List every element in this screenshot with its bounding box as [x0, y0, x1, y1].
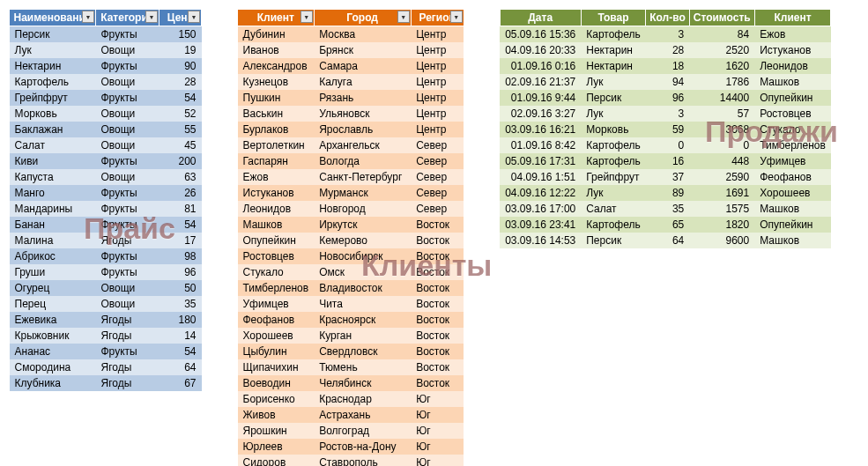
cell[interactable]: Восток: [411, 280, 464, 296]
cell[interactable]: Опупейкин: [754, 217, 831, 233]
cell[interactable]: Фрукты: [96, 248, 160, 264]
clients-header-client[interactable]: Клиент▼: [238, 10, 315, 26]
sales-header-cost[interactable]: Стоимость: [689, 10, 754, 26]
cell[interactable]: 01.09.16 8:42: [500, 137, 581, 153]
table-row[interactable]: ТимберленовВладивостокВосток: [238, 280, 464, 296]
cell[interactable]: 04.09.16 12:22: [500, 185, 581, 201]
cell[interactable]: 04.09.16 1:51: [500, 169, 581, 185]
cell[interactable]: Овощи: [96, 122, 160, 137]
cell[interactable]: Владивосток: [314, 280, 411, 296]
cell[interactable]: Ягоды: [96, 328, 160, 344]
table-row[interactable]: БурлаковЯрославльЦентр: [238, 122, 464, 137]
cell[interactable]: 0: [689, 137, 754, 153]
cell[interactable]: Архангельск: [314, 137, 411, 153]
price-header-name[interactable]: Наименование▼: [10, 10, 96, 26]
cell[interactable]: Кемерово: [314, 233, 411, 248]
table-row[interactable]: РостовцевНовосибирскВосток: [238, 248, 464, 264]
cell[interactable]: Опупейкин: [238, 233, 315, 248]
cell[interactable]: Ульяновск: [314, 106, 411, 122]
cell[interactable]: Тюмень: [314, 359, 411, 375]
table-row[interactable]: КлубникаЯгоды67: [10, 375, 202, 391]
cell[interactable]: Брянск: [314, 42, 411, 58]
cell[interactable]: Восток: [411, 217, 464, 233]
cell[interactable]: Самара: [314, 58, 411, 74]
table-row[interactable]: ЕжевикаЯгоды180: [10, 312, 202, 328]
cell[interactable]: 17: [160, 233, 202, 248]
cell[interactable]: 54: [160, 217, 202, 233]
table-row[interactable]: АбрикосФрукты98: [10, 248, 202, 264]
cell[interactable]: Картофель: [581, 137, 646, 153]
cell[interactable]: Феофанов: [754, 169, 831, 185]
cell[interactable]: Красноярск: [314, 312, 411, 328]
table-row[interactable]: 01.09.16 8:42Картофель00Тимберленов: [500, 137, 831, 153]
cell[interactable]: 52: [160, 106, 202, 122]
cell[interactable]: 1575: [689, 201, 754, 217]
cell[interactable]: Восток: [411, 375, 464, 391]
table-row[interactable]: 02.09.16 21:37Лук941786Машков: [500, 74, 831, 90]
cell[interactable]: Овощи: [96, 280, 160, 296]
cell[interactable]: Киви: [10, 153, 96, 169]
cell[interactable]: Овощи: [96, 74, 160, 90]
cell[interactable]: Стукало: [754, 122, 831, 137]
cell[interactable]: Гаспарян: [238, 153, 315, 169]
cell[interactable]: 64: [160, 359, 202, 375]
filter-icon[interactable]: ▼: [145, 11, 158, 23]
cell[interactable]: 2590: [689, 169, 754, 185]
cell[interactable]: Фрукты: [96, 90, 160, 106]
table-row[interactable]: ВертолеткинАрхангельскСевер: [238, 137, 464, 153]
cell[interactable]: Вертолеткин: [238, 137, 315, 153]
cell[interactable]: Цыбулин: [238, 344, 315, 359]
table-row[interactable]: ПушкинРязаньЦентр: [238, 90, 464, 106]
table-row[interactable]: ОгурецОвощи50: [10, 280, 202, 296]
table-row[interactable]: ИстукановМурманскСевер: [238, 185, 464, 201]
cell[interactable]: Восток: [411, 296, 464, 312]
cell[interactable]: 81: [160, 201, 202, 217]
cell[interactable]: Салат: [581, 201, 646, 217]
table-row[interactable]: ИвановБрянскЦентр: [238, 42, 464, 58]
cell[interactable]: Иркутск: [314, 217, 411, 233]
cell[interactable]: Картофель: [581, 26, 646, 43]
cell[interactable]: 94: [646, 74, 690, 90]
cell[interactable]: Пушкин: [238, 90, 315, 106]
table-row[interactable]: 05.09.16 17:31Картофель16448Уфимцев: [500, 153, 831, 169]
cell[interactable]: 03.09.16 23:41: [500, 217, 581, 233]
cell[interactable]: Иванов: [238, 42, 315, 58]
table-row[interactable]: ВаськинУльяновскЦентр: [238, 106, 464, 122]
cell[interactable]: Центр: [411, 90, 464, 106]
cell[interactable]: Картофель: [10, 74, 96, 90]
cell[interactable]: 14400: [689, 90, 754, 106]
cell[interactable]: Фрукты: [96, 217, 160, 233]
table-row[interactable]: СмородинаЯгоды64: [10, 359, 202, 375]
clients-header-city[interactable]: Город▼: [314, 10, 411, 26]
table-row[interactable]: 03.09.16 14:53Персик649600Машков: [500, 233, 831, 248]
cell[interactable]: 19: [160, 42, 202, 58]
cell[interactable]: 01.09.16 0:16: [500, 58, 581, 74]
table-row[interactable]: 03.09.16 16:21Морковь593068Стукало: [500, 122, 831, 137]
cell[interactable]: Воеводин: [238, 375, 315, 391]
cell[interactable]: 63: [160, 169, 202, 185]
cell[interactable]: Центр: [411, 106, 464, 122]
cell[interactable]: Юрлеев: [238, 439, 315, 455]
cell[interactable]: Грейпфрут: [581, 169, 646, 185]
cell[interactable]: Груши: [10, 264, 96, 280]
table-row[interactable]: ЮрлеевРостов-на-ДонуЮг: [238, 439, 464, 455]
cell[interactable]: 04.09.16 20:33: [500, 42, 581, 58]
cell[interactable]: Омск: [314, 264, 411, 280]
cell[interactable]: Огурец: [10, 280, 96, 296]
cell[interactable]: 89: [646, 185, 690, 201]
cell[interactable]: Баклажан: [10, 122, 96, 137]
table-row[interactable]: МалинаЯгоды17: [10, 233, 202, 248]
cell[interactable]: 35: [160, 296, 202, 312]
cell[interactable]: 98: [160, 248, 202, 264]
cell[interactable]: Мандарины: [10, 201, 96, 217]
cell[interactable]: Волгоград: [314, 423, 411, 439]
cell[interactable]: Ростовцев: [754, 106, 831, 122]
cell[interactable]: Лук: [581, 106, 646, 122]
cell[interactable]: Ярославль: [314, 122, 411, 137]
cell[interactable]: Смородина: [10, 359, 96, 375]
cell[interactable]: Юг: [411, 423, 464, 439]
cell[interactable]: 9600: [689, 233, 754, 248]
sales-header-product[interactable]: Товар: [581, 10, 646, 26]
cell[interactable]: 3: [646, 106, 690, 122]
table-row[interactable]: ГаспарянВологдаСевер: [238, 153, 464, 169]
